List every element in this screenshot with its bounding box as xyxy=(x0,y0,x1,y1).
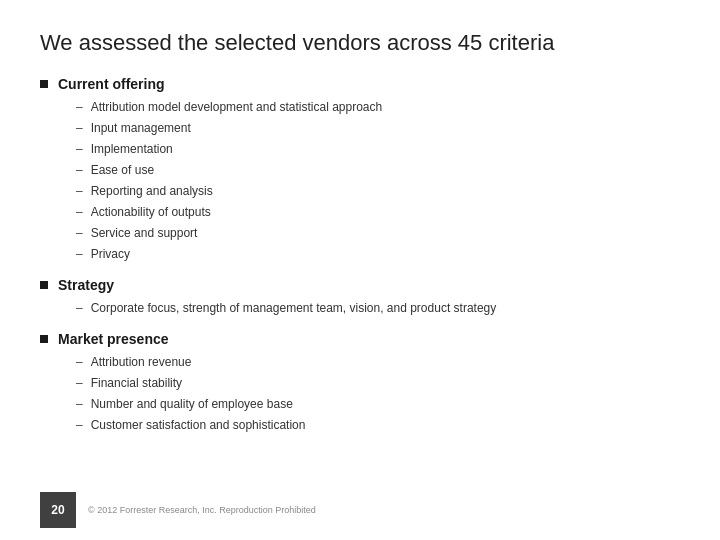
section-header-strategy: Strategy xyxy=(40,277,680,293)
list-item-text: Implementation xyxy=(91,140,173,158)
list-item-text: Actionability of outputs xyxy=(91,203,211,221)
dash-icon: – xyxy=(76,182,83,200)
sections-container: Current offering–Attribution model devel… xyxy=(40,76,680,434)
list-item-text: Number and quality of employee base xyxy=(91,395,293,413)
section-bullet-current-offering xyxy=(40,80,48,88)
list-item: –Input management xyxy=(76,119,680,137)
section-market-presence: Market presence–Attribution revenue–Fina… xyxy=(40,331,680,434)
section-header-current-offering: Current offering xyxy=(40,76,680,92)
footer: 20 © 2012 Forrester Research, Inc. Repro… xyxy=(0,492,720,528)
section-header-market-presence: Market presence xyxy=(40,331,680,347)
list-item-text: Reporting and analysis xyxy=(91,182,213,200)
section-title-current-offering: Current offering xyxy=(58,76,165,92)
list-item-text: Ease of use xyxy=(91,161,154,179)
sub-items-market-presence: –Attribution revenue–Financial stability… xyxy=(40,353,680,434)
list-item: –Implementation xyxy=(76,140,680,158)
list-item: –Actionability of outputs xyxy=(76,203,680,221)
dash-icon: – xyxy=(76,299,83,317)
slide: We assessed the selected vendors across … xyxy=(0,0,720,540)
dash-icon: – xyxy=(76,98,83,116)
dash-icon: – xyxy=(76,353,83,371)
list-item-text: Customer satisfaction and sophistication xyxy=(91,416,306,434)
dash-icon: – xyxy=(76,395,83,413)
dash-icon: – xyxy=(76,245,83,263)
list-item: –Service and support xyxy=(76,224,680,242)
dash-icon: – xyxy=(76,119,83,137)
list-item-text: Attribution revenue xyxy=(91,353,192,371)
dash-icon: – xyxy=(76,161,83,179)
section-current-offering: Current offering–Attribution model devel… xyxy=(40,76,680,263)
list-item: –Attribution revenue xyxy=(76,353,680,371)
list-item: –Customer satisfaction and sophisticatio… xyxy=(76,416,680,434)
list-item: –Privacy xyxy=(76,245,680,263)
dash-icon: – xyxy=(76,203,83,221)
list-item: –Corporate focus, strength of management… xyxy=(76,299,680,317)
dash-icon: – xyxy=(76,416,83,434)
list-item-text: Attribution model development and statis… xyxy=(91,98,383,116)
section-strategy: Strategy–Corporate focus, strength of ma… xyxy=(40,277,680,317)
list-item-text: Financial stability xyxy=(91,374,182,392)
dash-icon: – xyxy=(76,224,83,242)
list-item: –Attribution model development and stati… xyxy=(76,98,680,116)
list-item: –Reporting and analysis xyxy=(76,182,680,200)
section-bullet-market-presence xyxy=(40,335,48,343)
list-item-text: Service and support xyxy=(91,224,198,242)
section-title-strategy: Strategy xyxy=(58,277,114,293)
sub-items-current-offering: –Attribution model development and stati… xyxy=(40,98,680,263)
copyright-text: © 2012 Forrester Research, Inc. Reproduc… xyxy=(88,505,316,515)
dash-icon: – xyxy=(76,374,83,392)
list-item-text: Input management xyxy=(91,119,191,137)
list-item: –Number and quality of employee base xyxy=(76,395,680,413)
page-number: 20 xyxy=(40,492,76,528)
list-item: –Financial stability xyxy=(76,374,680,392)
list-item-text: Corporate focus, strength of management … xyxy=(91,299,497,317)
section-bullet-strategy xyxy=(40,281,48,289)
slide-title: We assessed the selected vendors across … xyxy=(40,30,680,56)
sub-items-strategy: –Corporate focus, strength of management… xyxy=(40,299,680,317)
dash-icon: – xyxy=(76,140,83,158)
section-title-market-presence: Market presence xyxy=(58,331,169,347)
list-item-text: Privacy xyxy=(91,245,130,263)
list-item: –Ease of use xyxy=(76,161,680,179)
